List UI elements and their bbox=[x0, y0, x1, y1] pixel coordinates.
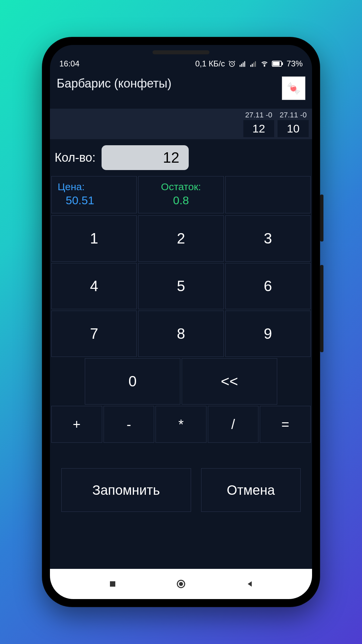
keypad-multiply[interactable]: * bbox=[156, 406, 206, 443]
keypad-0[interactable]: 0 bbox=[85, 358, 180, 405]
keypad-9[interactable]: 9 bbox=[225, 311, 311, 357]
svg-rect-7 bbox=[253, 62, 254, 67]
cancel-button[interactable]: Отмена bbox=[201, 468, 301, 512]
status-right: 0,1 КБ/с 73% bbox=[195, 59, 303, 68]
screen: 16:04 0,1 КБ/с 73% bbox=[50, 45, 312, 599]
page-title: Барбарис (конфеты) bbox=[57, 76, 171, 91]
svg-rect-5 bbox=[250, 65, 251, 67]
svg-marker-16 bbox=[248, 581, 252, 587]
spacer bbox=[51, 444, 311, 464]
remainder-label: Остаток: bbox=[161, 181, 201, 193]
svg-rect-11 bbox=[282, 62, 283, 65]
keypad: 1 2 3 4 5 6 7 8 9 0 << + - * / bbox=[50, 215, 312, 569]
keypad-equals[interactable]: = bbox=[260, 406, 311, 443]
nav-back-icon[interactable] bbox=[244, 578, 256, 590]
keypad-3[interactable]: 3 bbox=[225, 215, 311, 262]
battery-icon bbox=[272, 61, 283, 67]
remainder-value: 0.8 bbox=[173, 194, 189, 207]
action-row: Запомнить Отмена bbox=[51, 466, 311, 518]
keypad-divide[interactable]: / bbox=[208, 406, 259, 443]
history-row: 27.11 -0 12 27.11 -0 10 bbox=[50, 109, 312, 139]
svg-rect-3 bbox=[243, 62, 244, 67]
history-value: 12 bbox=[243, 120, 275, 137]
price-cell[interactable]: Цена: 50.51 bbox=[51, 176, 137, 213]
android-nav-bar bbox=[50, 569, 312, 599]
quantity-label: Кол-во: bbox=[55, 151, 96, 165]
keypad-5[interactable]: 5 bbox=[138, 263, 224, 309]
price-label: Цена: bbox=[58, 181, 84, 193]
quantity-row: Кол-во: 12 bbox=[50, 139, 312, 176]
svg-rect-12 bbox=[273, 62, 280, 66]
wifi-icon bbox=[260, 60, 268, 67]
status-time: 16:04 bbox=[59, 59, 79, 68]
history-date: 27.11 -0 bbox=[243, 109, 275, 120]
alarm-icon bbox=[228, 60, 236, 67]
status-battery-pct: 73% bbox=[287, 59, 303, 68]
remainder-cell[interactable]: Остаток: 0.8 bbox=[138, 176, 224, 213]
history-entry[interactable]: 27.11 -0 12 bbox=[243, 109, 275, 137]
svg-rect-2 bbox=[241, 64, 242, 67]
nav-recent-icon[interactable] bbox=[107, 578, 119, 590]
svg-rect-4 bbox=[244, 61, 245, 67]
keypad-minus[interactable]: - bbox=[104, 406, 155, 443]
svg-rect-13 bbox=[110, 581, 115, 587]
signal-icon bbox=[250, 60, 257, 67]
keypad-1[interactable]: 1 bbox=[51, 215, 137, 262]
svg-rect-6 bbox=[252, 64, 253, 67]
info-grid: Цена: 50.51 Остаток: 0.8 bbox=[50, 176, 312, 213]
keypad-8[interactable]: 8 bbox=[138, 311, 224, 357]
quantity-input[interactable]: 12 bbox=[102, 145, 189, 170]
price-value: 50.51 bbox=[58, 194, 94, 207]
status-net-speed: 0,1 КБ/с bbox=[195, 59, 225, 68]
product-thumbnail[interactable]: 🍬 bbox=[282, 76, 305, 100]
keypad-4[interactable]: 4 bbox=[51, 263, 137, 309]
svg-rect-8 bbox=[255, 61, 256, 67]
status-bar: 16:04 0,1 КБ/с 73% bbox=[50, 45, 312, 72]
title-bar: Барбарис (конфеты) 🍬 bbox=[50, 72, 312, 109]
history-entry[interactable]: 27.11 -0 10 bbox=[278, 109, 309, 137]
power-button bbox=[320, 265, 323, 352]
nav-home-icon[interactable] bbox=[175, 578, 187, 590]
keypad-7[interactable]: 7 bbox=[51, 311, 137, 357]
svg-rect-1 bbox=[240, 65, 241, 67]
svg-point-9 bbox=[264, 65, 265, 66]
history-date: 27.11 -0 bbox=[278, 109, 309, 120]
volume-button bbox=[320, 195, 323, 241]
history-value: 10 bbox=[278, 120, 309, 137]
svg-point-15 bbox=[179, 582, 183, 586]
empty-cell bbox=[225, 176, 311, 213]
keypad-backspace[interactable]: << bbox=[182, 358, 277, 405]
keypad-plus[interactable]: + bbox=[51, 406, 102, 443]
phone-frame: 16:04 0,1 КБ/с 73% bbox=[42, 37, 320, 607]
keypad-2[interactable]: 2 bbox=[138, 215, 224, 262]
candy-bag-icon: 🍬 bbox=[287, 82, 301, 95]
keypad-6[interactable]: 6 bbox=[225, 263, 311, 309]
signal-icon bbox=[239, 60, 246, 67]
save-button[interactable]: Запомнить bbox=[61, 468, 191, 512]
